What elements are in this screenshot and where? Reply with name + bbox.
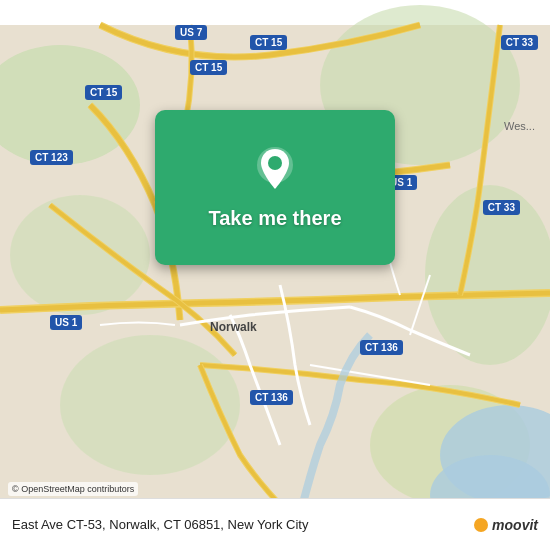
bottom-bar: East Ave CT-53, Norwalk, CT 06851, New Y…: [0, 498, 550, 550]
moovit-wordmark: moovit: [492, 517, 538, 533]
city-label-west: Wes...: [504, 120, 535, 132]
svg-point-4: [10, 195, 150, 315]
map-container: US 1 CT 15 CT 15 CT 15 US 7 CT 33 CT 33 …: [0, 0, 550, 550]
route-badge-us1-bot: US 1: [50, 315, 82, 330]
route-badge-ct136-1: CT 136: [360, 340, 403, 355]
route-badge-ct123: CT 123: [30, 150, 73, 165]
moovit-logo: moovit: [474, 517, 538, 533]
take-me-there-button[interactable]: Take me there: [208, 207, 341, 230]
route-badge-us7: US 7: [175, 25, 207, 40]
location-pin-icon: [249, 145, 301, 197]
moovit-dot-icon: [474, 518, 488, 532]
route-badge-ct15-2: CT 15: [190, 60, 227, 75]
route-badge-ct33-1: CT 33: [501, 35, 538, 50]
action-card: Take me there: [155, 110, 395, 265]
route-badge-ct33-2: CT 33: [483, 200, 520, 215]
location-text: East Ave CT-53, Norwalk, CT 06851, New Y…: [12, 517, 474, 532]
svg-point-10: [268, 156, 282, 170]
osm-attribution: © OpenStreetMap contributors: [8, 482, 138, 496]
route-badge-ct136-2: CT 136: [250, 390, 293, 405]
route-badge-ct15-1: CT 15: [250, 35, 287, 50]
route-badge-ct15-3: CT 15: [85, 85, 122, 100]
city-label-norwalk: Norwalk: [210, 320, 257, 334]
svg-point-5: [60, 335, 240, 475]
